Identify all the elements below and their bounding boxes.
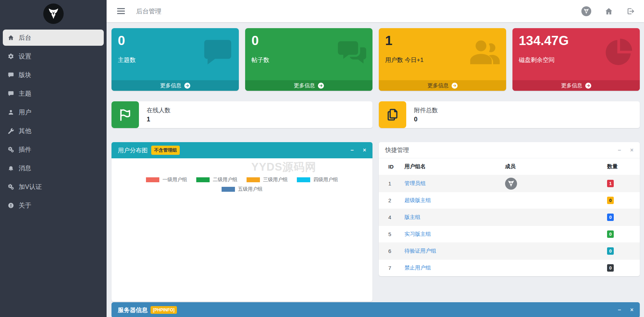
usergroup-link[interactable]: 版主组 (404, 214, 505, 221)
sidebar-item-label: 设置 (19, 52, 31, 61)
sidebar-item-forums[interactable]: 版块 (3, 67, 104, 83)
stat-box-topics: 0 主题数 更多信息 (111, 28, 239, 91)
fox-avatar-icon (583, 8, 590, 15)
panel-title: 用户分布图 (118, 146, 148, 154)
copy-icon (385, 107, 400, 122)
admin-dashboard: 后台 设置 版块 主题 用户 其他 (0, 0, 644, 317)
stat-row: 0 主题数 更多信息 0 帖子数 (111, 28, 640, 91)
comment-icon (8, 72, 14, 78)
bell-icon (8, 165, 14, 171)
watermark: YYDS源码网 (251, 160, 316, 175)
table-row: 7 禁止用户组 0 (379, 259, 640, 276)
sidebar: 后台 设置 版块 主题 用户 其他 (0, 0, 107, 317)
sidebar-item-label: 关于 (19, 201, 31, 210)
table-row: 5 实习版主组 0 (379, 226, 640, 242)
panel-row: 用户分布图 不含管理组 − × YYDS源码网 (111, 142, 640, 302)
sidebar-item-verification[interactable]: 加V认证 (3, 179, 104, 195)
arrow-circle-right-icon (319, 84, 323, 88)
comment-icon (202, 36, 234, 68)
more-info-link[interactable]: 更多信息 (379, 80, 506, 91)
panel-title: 快捷管理 (385, 146, 409, 154)
sidebar-item-dashboard[interactable]: 后台 (3, 30, 104, 46)
sidebar-item-label: 加V认证 (19, 183, 42, 191)
info-value: 0 (414, 116, 438, 123)
count-badge: 0 (607, 214, 614, 221)
usergroup-link[interactable]: 待验证用户组 (404, 248, 505, 254)
logout-button[interactable] (626, 7, 635, 15)
sidebar-item-label: 其他 (19, 127, 31, 135)
count-badge: 0 (607, 247, 614, 255)
fox-avatar-icon (507, 179, 515, 188)
minimize-icon[interactable]: − (618, 307, 621, 313)
sidebar-item-plugins[interactable]: 插件 (3, 141, 104, 158)
sidebar-item-label: 版块 (19, 71, 31, 79)
gear-icon (8, 53, 14, 59)
user-icon (8, 109, 14, 115)
member-avatar[interactable] (505, 178, 517, 190)
count-badge: 0 (607, 264, 614, 272)
legend-swatch (196, 177, 210, 182)
sidebar-item-topics[interactable]: 主题 (3, 85, 104, 102)
content: 0 主题数 更多信息 0 帖子数 (107, 22, 644, 317)
sidebar-toggle-icon[interactable] (117, 8, 125, 14)
legend-item: 四级用户组 (297, 177, 338, 183)
comments-icon (335, 36, 368, 68)
page-title: 后台管理 (136, 7, 161, 15)
main-area: 后台管理 0 主题数 更多信息 (107, 0, 644, 317)
legend-item: 三级用户组 (247, 177, 288, 183)
info-label: 附件总数 (414, 106, 438, 114)
info-box-attachments: 附件总数 0 (379, 101, 640, 128)
sidebar-item-users[interactable]: 用户 (3, 104, 104, 120)
legend-item: 一级用户组 (146, 177, 187, 183)
server-info-panel: 服务器信息 [PHPINFO] − × (111, 302, 640, 317)
home-icon (605, 7, 613, 15)
topbar-actions (581, 6, 635, 16)
chart-area: YYDS源码网 一级用户组 二级用户组 (111, 158, 372, 302)
usergroup-link[interactable]: 管理员组 (404, 180, 505, 187)
count-badge: 0 (607, 197, 614, 204)
users-icon (469, 36, 501, 68)
home-icon (8, 34, 14, 41)
flag-icon (118, 107, 133, 122)
close-icon[interactable]: × (630, 307, 633, 313)
more-info-link[interactable]: 更多信息 (245, 80, 372, 91)
legend-swatch (247, 177, 260, 182)
table-row: 6 待验证用户组 0 (379, 242, 640, 259)
usergroup-link[interactable]: 实习版主组 (404, 231, 505, 237)
pie-chart-icon (602, 36, 635, 68)
app-logo[interactable] (0, 0, 107, 27)
comment-icon (8, 90, 14, 97)
panel-badge: 不含管理组 (151, 146, 180, 155)
fox-logo-icon (46, 7, 60, 21)
usergroup-link[interactable]: 禁止用户组 (404, 265, 505, 271)
count-badge: 0 (607, 230, 614, 238)
gears-icon (8, 146, 14, 153)
table-row: 2 超级版主组 0 (379, 192, 640, 209)
sidebar-item-about[interactable]: 关于 (3, 197, 104, 214)
legend-swatch (297, 177, 310, 182)
more-info-link[interactable]: 更多信息 (111, 80, 239, 91)
sidebar-item-label: 主题 (19, 89, 31, 98)
close-icon[interactable]: × (363, 147, 366, 153)
sidebar-item-settings[interactable]: 设置 (3, 48, 104, 64)
usergroup-link[interactable]: 超级版主组 (404, 197, 505, 204)
user-avatar[interactable] (581, 6, 591, 16)
panel-title: 服务器信息 (118, 306, 148, 314)
minimize-icon[interactable]: − (618, 147, 621, 153)
sidebar-item-other[interactable]: 其他 (3, 123, 104, 139)
minimize-icon[interactable]: − (350, 147, 353, 153)
legend-item: 五级用户组 (222, 186, 263, 192)
sidebar-item-label: 后台 (19, 33, 31, 42)
arrow-circle-right-icon (586, 84, 590, 88)
stat-box-users: 1 用户数 今日+1 更多信息 (379, 28, 506, 91)
home-button[interactable] (605, 7, 613, 15)
more-info-link[interactable]: 更多信息 (512, 80, 640, 91)
sidebar-item-messages[interactable]: 消息 (3, 160, 104, 176)
sidebar-nav: 后台 设置 版块 主题 用户 其他 (0, 27, 107, 218)
info-box-online: 在线人数 1 (111, 101, 372, 128)
stat-box-posts: 0 帖子数 更多信息 (245, 28, 372, 91)
info-value: 1 (147, 116, 171, 123)
phpinfo-badge[interactable]: [PHPINFO] (151, 306, 177, 314)
quick-management-panel: 快捷管理 − × ID 用户组名 成员 数量 (379, 142, 640, 276)
close-icon[interactable]: × (630, 147, 633, 153)
